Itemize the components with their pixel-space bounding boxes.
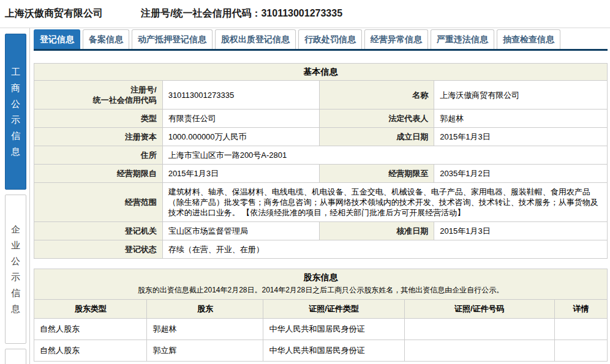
est-date-value: 2015年1月3日: [434, 128, 608, 146]
table-row: 注册资本 1000.000000万人民币 成立日期 2015年1月3日: [34, 128, 608, 146]
est-date-label: 成立日期: [320, 128, 434, 146]
sidebar-item-label: 工商公示信息: [11, 64, 21, 160]
sidebar: 工商公示信息 企业公示信息: [0, 28, 26, 364]
shareholder-name: 郭超林: [147, 319, 263, 340]
credit-code: 注册号/统一社会信用代码：310113001273335: [141, 7, 342, 20]
content-area: 登记信息 备案信息 动产抵押登记信息 股权出质登记信息 行政处罚信息 经营异常信…: [29, 28, 610, 364]
table-row: 基本信息: [34, 64, 608, 81]
shareholder-table: 股东信息 股东的出资信息截止2014年2月28日。2014年2月28日之后工商只…: [34, 269, 608, 362]
table-row: 注册号/ 统一社会信用代码 310113001273335 名称 上海沃傲商贸有…: [34, 81, 608, 110]
name-value: 上海沃傲商贸有限公司: [434, 81, 608, 110]
col-shareholder-type: 股东类型: [34, 300, 147, 319]
approval-date-label: 核准日期: [320, 222, 434, 240]
reg-capital-value: 1000.000000万人民币: [162, 128, 319, 146]
sidebar-item-label: 企业公示信息: [11, 221, 21, 317]
shareholder-type: 自然人股东: [34, 340, 147, 362]
address-value: 上海市宝山区市一路200号A-2801: [162, 146, 607, 165]
table-row: 股东类型 股东 证照/证件类型 证照/证件号码 详情: [34, 300, 608, 319]
table-row: 类型 有限责任公司 法定代表人 郭超林: [34, 110, 608, 128]
reg-authority-value: 宝山区市场监督管理局: [162, 222, 319, 240]
scope-label: 经营范围: [34, 183, 163, 222]
table-row: 经营期限自 2015年1月3日 经营期限至 2035年1月2日: [34, 165, 608, 183]
sidebar-item-gongshang-gongshi[interactable]: 工商公示信息: [5, 34, 26, 190]
tab-beian-xinxi[interactable]: 备案信息: [83, 29, 129, 49]
approval-date-value: 2015年1月3日: [434, 222, 608, 240]
detail-cell: [554, 340, 607, 362]
status-label: 登记状态: [34, 240, 163, 259]
shareholder-header: 股东信息 股东的出资信息截止2014年2月28日。2014年2月28日之后工商只…: [34, 269, 608, 300]
address-label: 住所: [34, 146, 163, 165]
cert-no: [404, 340, 554, 362]
name-label: 名称: [320, 81, 434, 110]
tab-guquan-chuzhi[interactable]: 股权出质登记信息: [215, 29, 296, 49]
basic-info-table: 基本信息 注册号/ 统一社会信用代码 310113001273335 名称 上海…: [34, 63, 608, 259]
reg-no-value: 310113001273335: [162, 81, 319, 110]
sidebar-item-qiye-gongshi[interactable]: 企业公示信息: [5, 195, 26, 344]
page-header: 上海沃傲商贸有限公司 注册号/统一社会信用代码：310113001273335: [0, 0, 610, 28]
tab-dengji-xinxi[interactable]: 登记信息: [34, 29, 80, 49]
reg-no-label: 注册号/ 统一社会信用代码: [34, 81, 163, 110]
tab-underline: [34, 49, 608, 51]
table-row: 住所 上海市宝山区市一路200号A-2801: [34, 146, 608, 165]
cert-no: [404, 319, 554, 340]
term-from-label: 经营期限自: [34, 165, 163, 183]
tab-bar: 登记信息 备案信息 动产抵押登记信息 股权出质登记信息 行政处罚信息 经营异常信…: [34, 29, 608, 49]
company-name: 上海沃傲商贸有限公司: [5, 7, 103, 20]
detail-cell: [554, 319, 607, 340]
basic-info-title: 基本信息: [34, 64, 608, 81]
tab-chouchajiancha[interactable]: 抽查检查信息: [497, 29, 560, 49]
legal-rep-value: 郭超林: [434, 110, 608, 128]
table-row: 自然人股东 郭立辉 中华人民共和国居民身份证: [34, 340, 608, 362]
cert-type: 中华人民共和国居民身份证: [263, 319, 404, 340]
reg-capital-label: 注册资本: [34, 128, 163, 146]
tab-dongchan-diya[interactable]: 动产抵押登记信息: [132, 29, 213, 49]
term-from-value: 2015年1月3日: [162, 165, 319, 183]
legal-rep-label: 法定代表人: [320, 110, 434, 128]
term-to-label: 经营期限至: [320, 165, 434, 183]
col-cert-no: 证照/证件号码: [404, 300, 554, 319]
tab-xingzheng-chufa[interactable]: 行政处罚信息: [298, 29, 362, 49]
shareholder-type: 自然人股东: [34, 319, 147, 340]
status-value: 存续（在营、开业、在册）: [162, 240, 607, 259]
table-row: 登记机关 宝山区市场监督管理局 核准日期 2015年1月3日: [34, 222, 608, 240]
table-row: 股东信息 股东的出资信息截止2014年2月28日。2014年2月28日之后工商只…: [34, 269, 608, 300]
cert-type: 中华人民共和国居民身份证: [263, 340, 404, 362]
shareholder-name: 郭立辉: [147, 340, 263, 362]
table-row: 自然人股东 郭超林 中华人民共和国居民身份证: [34, 319, 608, 340]
table-row: 经营范围 建筑材料、轴承、保温材料、电线电缆、机电设备、五金交电、机械设备、电子…: [34, 183, 608, 222]
tab-yanzhong-weifa[interactable]: 严重违法信息: [431, 29, 494, 49]
type-label: 类型: [34, 110, 163, 128]
table-row: 登记状态 存续（在营、开业、在册）: [34, 240, 608, 259]
shareholder-note: 股东的出资信息截止2014年2月28日。2014年2月28日之后工商只公示股东姓…: [38, 285, 603, 295]
main-layout: 工商公示信息 企业公示信息 登记信息 备案信息 动产抵押登记信息 股权出质登记信…: [0, 28, 610, 364]
term-to-value: 2035年1月2日: [434, 165, 608, 183]
col-cert-type: 证照/证件类型: [263, 300, 404, 319]
reg-authority-label: 登记机关: [34, 222, 163, 240]
col-detail: 详情: [554, 300, 607, 319]
tab-jingying-yichang[interactable]: 经营异常信息: [364, 29, 428, 49]
sidebar-item-cutoff[interactable]: [5, 349, 26, 364]
shareholder-title: 股东信息: [38, 272, 603, 283]
type-value: 有限责任公司: [162, 110, 319, 128]
col-shareholder: 股东: [147, 300, 263, 319]
scope-value: 建筑材料、轴承、保温材料、电线电缆、机电设备、五金交电、机械设备、电子产品、家用…: [162, 183, 607, 222]
